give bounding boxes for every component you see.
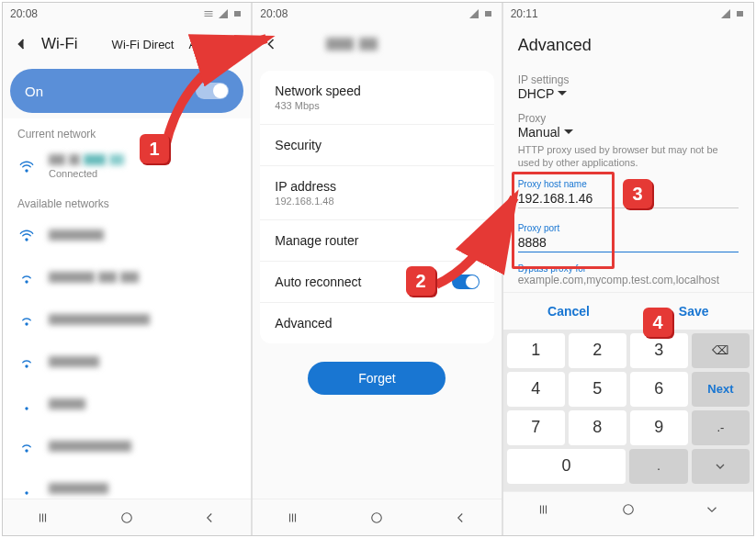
keyboard-hide-icon[interactable]: [701, 499, 723, 521]
wifi-on-banner: On: [10, 69, 243, 113]
network-speed-row[interactable]: Network speed 433 Mbps: [260, 71, 493, 125]
network-row[interactable]: [3, 467, 251, 499]
numeric-keypad: 1 2 3 ⌫ 4 5 6 Next 7 8 9 .- 0 .: [503, 330, 753, 491]
key-6[interactable]: 6: [630, 372, 688, 407]
key-hide[interactable]: [692, 449, 750, 484]
status-bar: 20:11: [503, 3, 753, 25]
phone-screen-3: 20:11 Advanced IP settings DHCP Proxy Ma…: [503, 3, 753, 535]
status-bar: 20:08: [3, 3, 251, 25]
header: [253, 25, 501, 63]
proxy-port-field[interactable]: Proxy port 8888: [511, 218, 746, 254]
home-icon[interactable]: [617, 499, 639, 521]
svg-rect-2: [485, 11, 491, 17]
cancel-button[interactable]: Cancel: [547, 304, 590, 319]
manage-router-row[interactable]: Manage router: [260, 220, 493, 262]
bypass-proxy-field[interactable]: Bypass proxy for example.com,mycomp.test…: [503, 258, 753, 292]
forget-button[interactable]: Forget: [308, 362, 446, 395]
svg-point-1: [122, 512, 132, 522]
back-nav-icon[interactable]: [198, 507, 220, 529]
nav-bar: [503, 491, 753, 528]
back-nav-icon[interactable]: [449, 507, 471, 529]
status-bar: 20:08: [253, 3, 501, 25]
dropdown-icon: [564, 128, 573, 137]
network-details-card: Network speed 433 Mbps Security IP addre…: [260, 71, 493, 343]
connected-status: Connected: [49, 168, 236, 179]
current-network-row[interactable]: Connected: [3, 144, 251, 188]
ip-address-row[interactable]: IP address 192.168.1.48: [260, 166, 493, 220]
wifi-toggle[interactable]: [196, 83, 229, 99]
key-2[interactable]: 2: [569, 333, 626, 368]
wifi-icon: [17, 157, 36, 175]
svg-point-3: [372, 512, 382, 522]
key-5[interactable]: 5: [569, 372, 626, 407]
back-icon[interactable]: [12, 35, 30, 53]
network-row[interactable]: [3, 298, 251, 341]
clock: 20:08: [260, 7, 288, 20]
proxy-section[interactable]: Proxy Manual: [503, 105, 753, 143]
key-4[interactable]: 4: [507, 372, 565, 407]
network-row[interactable]: [3, 256, 251, 298]
phone-screen-2: 20:08 Network speed 433 Mbps Security IP…: [253, 3, 502, 535]
clock: 20:08: [10, 7, 38, 20]
auto-reconnect-row[interactable]: Auto reconnect: [260, 262, 493, 303]
action-bar: Cancel Save: [503, 292, 753, 330]
security-row[interactable]: Security: [260, 125, 493, 166]
network-row[interactable]: [3, 425, 251, 467]
ip-settings-section[interactable]: IP settings DHCP: [503, 66, 753, 105]
dropdown-icon: [558, 89, 567, 98]
nav-bar: [253, 499, 501, 535]
key-1[interactable]: 1: [507, 333, 565, 368]
proxy-host-field[interactable]: Proxy host name 192.168.1.46: [511, 174, 746, 210]
current-network-label: Current network: [3, 118, 251, 144]
key-dot-dash[interactable]: .-: [692, 410, 750, 445]
phone-screen-1: 20:08 Wi-Fi Wi-Fi Direct Advanced On Cur…: [3, 3, 253, 535]
recents-icon[interactable]: [534, 499, 556, 521]
advanced-link[interactable]: Advanced: [189, 38, 243, 51]
save-button[interactable]: Save: [679, 304, 709, 319]
network-row[interactable]: [3, 383, 251, 425]
advanced-row[interactable]: Advanced: [260, 303, 493, 343]
svg-point-5: [624, 505, 634, 515]
key-8[interactable]: 8: [569, 410, 626, 445]
back-icon[interactable]: [262, 35, 280, 53]
key-3[interactable]: 3: [630, 333, 688, 368]
header: Wi-Fi Wi-Fi Direct Advanced: [3, 25, 251, 63]
wifi-direct-link[interactable]: Wi-Fi Direct: [112, 38, 175, 51]
available-networks-label: Available networks: [3, 188, 251, 214]
chevron-down-icon: [713, 459, 728, 474]
status-icons: [720, 8, 746, 19]
home-icon[interactable]: [366, 507, 388, 529]
home-icon[interactable]: [116, 507, 138, 529]
status-icons: [468, 8, 494, 19]
proxy-description: HTTP proxy used by browser but may not b…: [503, 143, 753, 170]
on-label: On: [25, 84, 43, 99]
status-icons: [203, 8, 243, 19]
clock: 20:11: [511, 7, 538, 20]
nav-bar: [3, 499, 251, 535]
network-row[interactable]: [3, 214, 251, 256]
advanced-title: Advanced: [503, 25, 753, 66]
key-backspace[interactable]: ⌫: [692, 333, 750, 368]
svg-rect-4: [737, 11, 743, 17]
svg-rect-0: [234, 11, 241, 17]
key-7[interactable]: 7: [507, 410, 565, 445]
key-next[interactable]: Next: [692, 372, 750, 407]
recents-icon[interactable]: [283, 507, 305, 529]
network-row[interactable]: [3, 341, 251, 383]
page-title: Wi-Fi: [41, 35, 78, 53]
key-dot[interactable]: .: [629, 449, 687, 484]
auto-reconnect-toggle[interactable]: [452, 275, 480, 289]
key-9[interactable]: 9: [630, 410, 688, 445]
key-0[interactable]: 0: [507, 449, 626, 484]
recents-icon[interactable]: [33, 507, 55, 529]
